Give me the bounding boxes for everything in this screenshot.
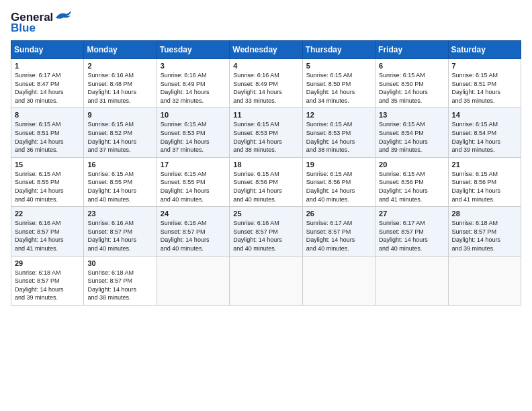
calendar-cell: 10Sunrise: 6:15 AM Sunset: 8:53 PM Dayli…: [157, 108, 229, 157]
calendar-cell: 3Sunrise: 6:16 AM Sunset: 8:49 PM Daylig…: [157, 59, 229, 108]
day-number: 14: [452, 111, 517, 119]
calendar-cell: 7Sunrise: 6:15 AM Sunset: 8:51 PM Daylig…: [448, 59, 521, 108]
calendar-cell: 1Sunrise: 6:17 AM Sunset: 8:47 PM Daylig…: [11, 59, 84, 108]
day-number: 25: [233, 210, 298, 218]
day-number: 24: [161, 210, 226, 218]
day-number: 22: [15, 210, 80, 218]
day-number: 21: [452, 161, 517, 169]
day-info: Sunrise: 6:15 AM Sunset: 8:56 PM Dayligh…: [306, 170, 371, 203]
calendar-cell: 15Sunrise: 6:15 AM Sunset: 8:55 PM Dayli…: [11, 157, 84, 206]
calendar-cell: 28Sunrise: 6:18 AM Sunset: 8:57 PM Dayli…: [448, 207, 521, 256]
week-row-5: 29Sunrise: 6:18 AM Sunset: 8:57 PM Dayli…: [11, 256, 521, 305]
weekday-header-saturday: Saturday: [448, 41, 521, 59]
day-info: Sunrise: 6:17 AM Sunset: 8:57 PM Dayligh…: [306, 219, 371, 253]
calendar-cell: 14Sunrise: 6:15 AM Sunset: 8:54 PM Dayli…: [448, 108, 521, 157]
day-number: 15: [15, 161, 80, 169]
calendar-cell: 24Sunrise: 6:16 AM Sunset: 8:57 PM Dayli…: [157, 207, 229, 256]
day-info: Sunrise: 6:18 AM Sunset: 8:57 PM Dayligh…: [87, 269, 152, 302]
calendar-cell: 13Sunrise: 6:15 AM Sunset: 8:54 PM Dayli…: [375, 108, 448, 157]
calendar-table: SundayMondayTuesdayWednesdayThursdayFrid…: [11, 40, 521, 306]
calendar-cell: 8Sunrise: 6:15 AM Sunset: 8:51 PM Daylig…: [11, 108, 84, 157]
calendar-cell: 26Sunrise: 6:17 AM Sunset: 8:57 PM Dayli…: [302, 207, 375, 256]
calendar-cell: 21Sunrise: 6:15 AM Sunset: 8:56 PM Dayli…: [448, 157, 521, 206]
day-number: 4: [233, 62, 298, 70]
day-info: Sunrise: 6:16 AM Sunset: 8:57 PM Dayligh…: [87, 219, 152, 253]
calendar-cell: 29Sunrise: 6:18 AM Sunset: 8:57 PM Dayli…: [11, 256, 84, 305]
day-number: 18: [233, 161, 298, 169]
calendar-cell: [448, 256, 521, 305]
calendar-cell: [230, 256, 302, 305]
calendar-cell: 22Sunrise: 6:16 AM Sunset: 8:57 PM Dayli…: [11, 207, 84, 256]
calendar-cell: 12Sunrise: 6:15 AM Sunset: 8:53 PM Dayli…: [302, 108, 375, 157]
day-info: Sunrise: 6:15 AM Sunset: 8:50 PM Dayligh…: [306, 71, 371, 105]
day-number: 29: [15, 259, 80, 267]
day-info: Sunrise: 6:15 AM Sunset: 8:50 PM Dayligh…: [379, 71, 444, 105]
calendar-cell: [302, 256, 375, 305]
day-info: Sunrise: 6:16 AM Sunset: 8:57 PM Dayligh…: [233, 219, 298, 253]
calendar-cell: 4Sunrise: 6:16 AM Sunset: 8:49 PM Daylig…: [230, 59, 302, 108]
day-number: 27: [379, 210, 444, 218]
page-container: General Blue SundayMondayTuesdayWednesda…: [11, 11, 521, 306]
day-info: Sunrise: 6:16 AM Sunset: 8:49 PM Dayligh…: [161, 71, 226, 105]
day-info: Sunrise: 6:15 AM Sunset: 8:56 PM Dayligh…: [452, 170, 517, 203]
calendar-cell: 6Sunrise: 6:15 AM Sunset: 8:50 PM Daylig…: [375, 59, 448, 108]
day-info: Sunrise: 6:15 AM Sunset: 8:53 PM Dayligh…: [161, 120, 226, 154]
day-info: Sunrise: 6:15 AM Sunset: 8:54 PM Dayligh…: [452, 120, 517, 154]
calendar-cell: [157, 256, 229, 305]
day-info: Sunrise: 6:15 AM Sunset: 8:53 PM Dayligh…: [306, 120, 371, 154]
day-info: Sunrise: 6:15 AM Sunset: 8:53 PM Dayligh…: [233, 120, 298, 154]
day-info: Sunrise: 6:15 AM Sunset: 8:55 PM Dayligh…: [161, 170, 226, 203]
week-row-2: 8Sunrise: 6:15 AM Sunset: 8:51 PM Daylig…: [11, 108, 521, 157]
calendar-cell: 18Sunrise: 6:15 AM Sunset: 8:56 PM Dayli…: [230, 157, 302, 206]
day-number: 19: [306, 161, 371, 169]
day-number: 30: [87, 259, 152, 267]
day-info: Sunrise: 6:15 AM Sunset: 8:51 PM Dayligh…: [15, 120, 80, 154]
calendar-cell: 27Sunrise: 6:17 AM Sunset: 8:57 PM Dayli…: [375, 207, 448, 256]
day-number: 28: [452, 210, 517, 218]
day-info: Sunrise: 6:17 AM Sunset: 8:57 PM Dayligh…: [379, 219, 444, 253]
day-number: 11: [233, 111, 298, 119]
day-number: 2: [87, 62, 152, 70]
week-row-4: 22Sunrise: 6:16 AM Sunset: 8:57 PM Dayli…: [11, 207, 521, 256]
day-info: Sunrise: 6:15 AM Sunset: 8:54 PM Dayligh…: [379, 120, 444, 154]
calendar-cell: 5Sunrise: 6:15 AM Sunset: 8:50 PM Daylig…: [302, 59, 375, 108]
weekday-header-wednesday: Wednesday: [230, 41, 302, 59]
day-info: Sunrise: 6:16 AM Sunset: 8:57 PM Dayligh…: [15, 219, 80, 253]
weekday-header-tuesday: Tuesday: [157, 41, 229, 59]
day-number: 5: [306, 62, 371, 70]
weekday-header-thursday: Thursday: [302, 41, 375, 59]
calendar-cell: 30Sunrise: 6:18 AM Sunset: 8:57 PM Dayli…: [84, 256, 157, 305]
calendar-cell: 2Sunrise: 6:16 AM Sunset: 8:48 PM Daylig…: [84, 59, 157, 108]
day-info: Sunrise: 6:18 AM Sunset: 8:57 PM Dayligh…: [452, 219, 517, 253]
day-number: 3: [161, 62, 226, 70]
day-info: Sunrise: 6:18 AM Sunset: 8:57 PM Dayligh…: [15, 269, 80, 302]
day-number: 16: [87, 161, 152, 169]
week-row-3: 15Sunrise: 6:15 AM Sunset: 8:55 PM Dayli…: [11, 157, 521, 206]
calendar-cell: 11Sunrise: 6:15 AM Sunset: 8:53 PM Dayli…: [230, 108, 302, 157]
week-row-1: 1Sunrise: 6:17 AM Sunset: 8:47 PM Daylig…: [11, 59, 521, 108]
day-info: Sunrise: 6:16 AM Sunset: 8:48 PM Dayligh…: [87, 71, 152, 105]
day-info: Sunrise: 6:15 AM Sunset: 8:55 PM Dayligh…: [15, 170, 80, 203]
day-number: 12: [306, 111, 371, 119]
weekday-header-friday: Friday: [375, 41, 448, 59]
logo-blue-text: Blue: [11, 21, 36, 35]
calendar-cell: [375, 256, 448, 305]
calendar-cell: 17Sunrise: 6:15 AM Sunset: 8:55 PM Dayli…: [157, 157, 229, 206]
weekday-header-row: SundayMondayTuesdayWednesdayThursdayFrid…: [11, 41, 521, 59]
day-number: 6: [379, 62, 444, 70]
day-number: 7: [452, 62, 517, 70]
day-number: 26: [306, 210, 371, 218]
weekday-header-monday: Monday: [84, 41, 157, 59]
day-info: Sunrise: 6:15 AM Sunset: 8:51 PM Dayligh…: [452, 71, 517, 105]
day-number: 17: [161, 161, 226, 169]
calendar-cell: 23Sunrise: 6:16 AM Sunset: 8:57 PM Dayli…: [84, 207, 157, 256]
day-number: 8: [15, 111, 80, 119]
day-number: 1: [15, 62, 80, 70]
day-info: Sunrise: 6:15 AM Sunset: 8:56 PM Dayligh…: [233, 170, 298, 203]
day-number: 9: [87, 111, 152, 119]
calendar-cell: 16Sunrise: 6:15 AM Sunset: 8:55 PM Dayli…: [84, 157, 157, 206]
day-info: Sunrise: 6:16 AM Sunset: 8:57 PM Dayligh…: [161, 219, 226, 253]
day-number: 13: [379, 111, 444, 119]
day-number: 23: [87, 210, 152, 218]
day-info: Sunrise: 6:15 AM Sunset: 8:55 PM Dayligh…: [87, 170, 152, 203]
